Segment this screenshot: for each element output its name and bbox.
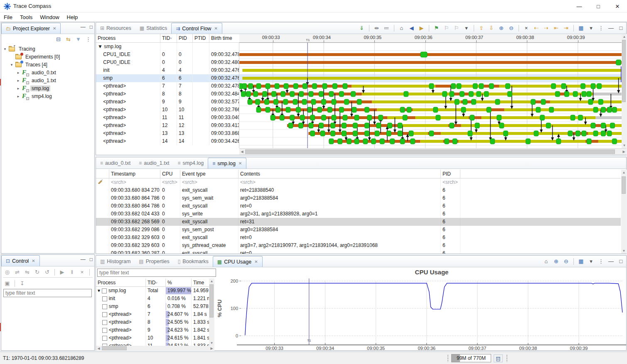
row-checkbox[interactable] bbox=[102, 312, 107, 317]
process-row-smp-log-0[interactable]: ▼ smp.log bbox=[96, 43, 239, 51]
process-row-init-3[interactable]: init4409:00:32.4760 bbox=[96, 66, 239, 74]
process-row--pthread--7[interactable]: <pthread>9909:00:32.5775 bbox=[96, 98, 239, 106]
minimize-view-icon[interactable]: — bbox=[81, 257, 86, 262]
process-row--pthread--11[interactable]: <pthread>131309:00:33.8687 bbox=[96, 129, 239, 137]
tab-audio-1-txt[interactable]: ≡audio_1.txt bbox=[135, 158, 173, 169]
process-row-cpu1-idle-1[interactable]: CPU1_IDLE0009:00:32.4789 bbox=[96, 51, 239, 59]
disconnect-icon[interactable]: ⇋ bbox=[24, 269, 31, 276]
minimize-view-icon[interactable]: — bbox=[607, 258, 615, 265]
search-cell[interactable]: <srch> bbox=[239, 178, 441, 186]
gantt-vertical-scrollbar[interactable]: ▲ ▼ bbox=[622, 34, 627, 148]
show-legend-icon[interactable]: ≔ bbox=[383, 24, 390, 32]
dropdown-icon[interactable]: ▾ bbox=[588, 24, 595, 32]
events-search-row[interactable]: <srch><srch><srch><srch><srch> bbox=[96, 178, 621, 186]
row-checkbox[interactable] bbox=[102, 336, 107, 341]
tree-item-audio-1-txt[interactable]: ▸Faudio_1.txt bbox=[3, 76, 93, 84]
process-row--pthread--6[interactable]: <pthread>8809:00:32.4843 bbox=[96, 90, 239, 98]
cpu-row-2[interactable]: smp60.708 %52.978 ms bbox=[96, 303, 209, 310]
link-with-editor-icon[interactable]: ⇆ bbox=[65, 36, 72, 43]
events-vertical-scrollbar[interactable]: ▲ ▼ bbox=[621, 170, 627, 254]
event-row-5[interactable]: 09:00:33.682 299 0860sys_sem_postarg0=21… bbox=[96, 226, 621, 234]
stop-icon[interactable]: × bbox=[79, 269, 86, 276]
search-cell[interactable]: <srch> bbox=[160, 178, 180, 186]
process-row--pthread--5[interactable]: <pthread>7709:00:32.4788 bbox=[96, 82, 239, 90]
close-tab-icon[interactable]: ✕ bbox=[254, 259, 258, 264]
menu-file[interactable]: File bbox=[0, 13, 16, 21]
marker-dropdown-icon[interactable]: ▾ bbox=[463, 24, 470, 32]
follow-backward-icon[interactable]: ◀ bbox=[408, 24, 415, 32]
connect-icon[interactable]: ⇌ bbox=[14, 269, 21, 276]
close-button[interactable]: ✕ bbox=[608, 0, 627, 12]
minimize-view-icon[interactable]: — bbox=[81, 24, 86, 30]
menu-tools[interactable]: Tools bbox=[16, 13, 36, 21]
cpu-table-horizontal-scrollbar[interactable]: ◀ ▶ bbox=[96, 346, 214, 351]
new-connection-icon[interactable]: ◎ bbox=[4, 269, 11, 276]
process-row-smp-4[interactable]: smp6609:00:32.4760 bbox=[96, 74, 239, 82]
add-bookmark-icon[interactable]: ⚑ bbox=[433, 24, 440, 32]
tree-item-tracing[interactable]: ▾TTracing bbox=[3, 45, 93, 53]
event-row-7[interactable]: 09:00:33.682 329 6030sys_pthread_createa… bbox=[96, 242, 621, 249]
event-row-4[interactable]: 09:00:33.682 268 5690exit_syscallret=316 bbox=[96, 218, 621, 226]
cpu-row-5[interactable]: <pthread>924.623 %1.842 s bbox=[96, 326, 209, 334]
align-views-icon[interactable]: ⇹ bbox=[373, 24, 380, 32]
column-header-event-type[interactable]: Event type bbox=[180, 170, 239, 178]
row-checkbox[interactable] bbox=[102, 304, 107, 309]
scroll-down-icon[interactable]: ▼ bbox=[622, 143, 627, 148]
zoom-out-icon[interactable]: ⊖ bbox=[563, 258, 570, 265]
expander-icon[interactable]: ▾ bbox=[10, 63, 14, 67]
filter-icon[interactable]: ▼ bbox=[75, 36, 82, 43]
column-header-tid[interactable]: TID˅ bbox=[146, 278, 166, 287]
column-header-birth-time[interactable]: Birth time bbox=[209, 34, 239, 43]
next-event-icon[interactable]: ⇢ bbox=[543, 24, 550, 32]
column-header-pid[interactable]: PID bbox=[177, 34, 193, 43]
event-row-1[interactable]: 09:00:33.680 864 7860sys_sem_waitarg0=21… bbox=[96, 194, 621, 202]
previous-item-icon[interactable]: ⇤ bbox=[553, 24, 560, 32]
cpu-row-7[interactable]: <pthread>1124.512 %1.833 s bbox=[96, 342, 209, 346]
gantt-horizontal-scrollbar[interactable]: ◀ ▶ bbox=[239, 148, 627, 155]
scroll-left-icon[interactable]: ◀ bbox=[239, 149, 245, 154]
expander-icon[interactable]: ▸ bbox=[16, 86, 20, 90]
home-icon[interactable]: ⌂ bbox=[543, 258, 550, 265]
follow-forward-icon[interactable]: ▶ bbox=[418, 24, 425, 32]
maximize-view-icon[interactable]: □ bbox=[617, 258, 625, 265]
control-filter-input[interactable] bbox=[3, 289, 92, 297]
kebab-menu-icon[interactable]: ⋮ bbox=[597, 258, 605, 265]
event-row-3[interactable]: 09:00:33.682 024 4330sys_writearg2=31, a… bbox=[96, 210, 621, 218]
tab-control-flow[interactable]: ⇉Control Flow✕ bbox=[171, 23, 222, 34]
tab-histogram[interactable]: ▥Histogram bbox=[96, 256, 135, 267]
control-flow-gantt-chart[interactable] bbox=[239, 43, 622, 148]
close-view-icon[interactable]: ✕ bbox=[53, 26, 56, 31]
maximize-view-icon[interactable]: □ bbox=[90, 24, 93, 30]
tab-resources[interactable]: ⊞Resources bbox=[96, 23, 135, 34]
column-header-pid[interactable]: PID bbox=[441, 170, 460, 178]
run-garbage-collector-button[interactable] bbox=[494, 354, 503, 362]
view-menu-icon[interactable]: ▦ bbox=[578, 24, 585, 32]
tab-statistics[interactable]: ▦Statistics bbox=[135, 23, 171, 34]
menu-window[interactable]: Window bbox=[36, 13, 63, 21]
start-icon[interactable]: ▶ bbox=[59, 269, 66, 276]
close-tab-icon[interactable]: ✕ bbox=[239, 161, 242, 166]
next-item-icon[interactable]: ⇥ bbox=[563, 24, 570, 32]
process-row-cpu0-idle-2[interactable]: CPU0_IDLE0009:00:32.4800 bbox=[96, 59, 239, 66]
collapse-all-icon[interactable]: ⊟ bbox=[55, 36, 62, 43]
next-marker-icon[interactable]: ⚐ bbox=[453, 24, 460, 32]
zoom-in-icon[interactable]: ⊕ bbox=[553, 258, 560, 265]
column-header-ptid[interactable]: PTID bbox=[193, 34, 209, 43]
kebab-menu-icon[interactable]: ⋮ bbox=[597, 24, 605, 32]
search-cell[interactable]: <srch> bbox=[441, 178, 460, 186]
event-row-8[interactable]: 09:00:33.682 360 2870exit_syscallret=06 bbox=[96, 249, 621, 254]
tree-item-traces-4-[interactable]: ▾Traces [4] bbox=[3, 61, 93, 68]
column-header-timestamp[interactable]: Timestamp bbox=[109, 170, 160, 178]
maximize-view-icon[interactable]: □ bbox=[90, 257, 93, 262]
menu-help[interactable]: Help bbox=[63, 13, 82, 21]
previous-event-icon[interactable]: ⇠ bbox=[533, 24, 540, 32]
tree-item-smp4-log[interactable]: ▸Fsmp4.log bbox=[3, 92, 93, 100]
process-row--pthread--9[interactable]: <pthread>111109:00:33.0404 bbox=[96, 114, 239, 122]
cpu-row-6[interactable]: <pthread>1024.615 %1.841 s bbox=[96, 334, 209, 342]
column-header-percent[interactable]: % bbox=[166, 278, 192, 287]
pause-icon[interactable]: ‖ bbox=[69, 269, 76, 276]
tab-properties[interactable]: ▤Properties bbox=[135, 256, 173, 267]
minimize-view-icon[interactable]: — bbox=[607, 24, 615, 32]
record-snapshot-icon[interactable]: ▣ bbox=[4, 280, 11, 287]
grip-handle[interactable] bbox=[447, 354, 449, 362]
